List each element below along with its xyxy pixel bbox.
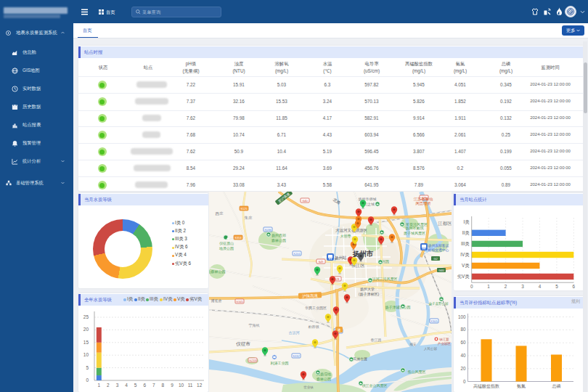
- svg-text:世业镇: 世业镇: [303, 385, 314, 389]
- svg-text:(扬子津校区): (扬子津校区): [359, 292, 380, 297]
- svg-text:闲置理所: 闲置理所: [415, 201, 430, 206]
- svg-text:大运河文化旅游区: 大运河文化旅游区: [335, 228, 368, 233]
- svg-text:仪征原山: 仪征原山: [219, 241, 234, 245]
- svg-text:森林公园: 森林公园: [317, 377, 331, 382]
- svg-text:氨氮: 氨氮: [517, 383, 526, 388]
- svg-text:华腾工业园区: 华腾工业园区: [305, 306, 327, 311]
- svg-text:瓜洲古渡: 瓜洲古渡: [353, 356, 367, 362]
- svg-text:扬州站: 扬州站: [335, 256, 347, 261]
- svg-text:唐子城风景区: 唐子城风景区: [404, 231, 425, 236]
- svg-text:森林公园: 森林公园: [271, 238, 286, 243]
- svg-text:3: 3: [521, 284, 524, 289]
- svg-text:G233: G233: [249, 359, 257, 362]
- svg-text:IV类: IV类: [460, 252, 470, 257]
- svg-text:2: 2: [505, 284, 507, 289]
- svg-text:80: 80: [460, 327, 466, 332]
- svg-text:G40: G40: [302, 199, 308, 203]
- svg-text:10: 10: [179, 383, 184, 388]
- svg-text:0: 0: [86, 377, 89, 383]
- svg-text:春江路: 春江路: [371, 338, 382, 343]
- svg-text:博览会: 博览会: [211, 298, 222, 303]
- svg-text:扬州市戴琪: 扬州市戴琪: [406, 226, 425, 231]
- svg-text:利涛工业园: 利涛工业园: [271, 361, 289, 366]
- svg-text:朴席镇: 朴席镇: [308, 324, 319, 329]
- svg-text:5: 5: [86, 365, 89, 370]
- svg-text:高锰酸盐指数: 高锰酸盐指数: [473, 383, 499, 389]
- svg-text:S353: S353: [234, 236, 242, 240]
- svg-text:扬子津辅野公园: 扬子津辅野公园: [385, 305, 411, 310]
- svg-text:6: 6: [143, 383, 146, 388]
- svg-text:10: 10: [83, 352, 89, 357]
- svg-text:宁海线: 宁海线: [249, 323, 260, 328]
- svg-text:G345: G345: [236, 300, 244, 303]
- svg-text:11: 11: [188, 383, 193, 388]
- svg-text:顺安: 顺安: [410, 343, 417, 346]
- svg-text:40: 40: [460, 353, 466, 358]
- svg-text:0: 0: [470, 284, 473, 289]
- svg-text:X036: X036: [264, 228, 271, 232]
- svg-text:3: 3: [116, 383, 119, 388]
- svg-text:总磷: 总磷: [552, 384, 561, 388]
- svg-text:仪征市: 仪征市: [236, 341, 250, 346]
- svg-text:扬州大学: 扬州大学: [360, 287, 375, 292]
- svg-text:I类: I类: [463, 219, 470, 224]
- svg-text:0: 0: [463, 379, 466, 384]
- svg-text:8: 8: [162, 383, 165, 388]
- svg-text:茱萸湾风景区: 茱萸湾风景区: [406, 222, 428, 227]
- svg-text:枢纽交通中心: 枢纽交通中心: [428, 248, 449, 252]
- svg-text:运河三湾风景区: 运河三湾风景区: [372, 277, 398, 282]
- svg-text:朱庄: 朱庄: [245, 216, 253, 220]
- svg-text:速: 速: [338, 328, 341, 332]
- svg-text:20: 20: [460, 366, 466, 371]
- svg-text:15: 15: [83, 340, 89, 345]
- svg-text:25: 25: [83, 314, 89, 319]
- svg-text:劣V类: 劣V类: [457, 274, 470, 279]
- svg-text:产业园区: 产业园区: [438, 341, 452, 346]
- svg-text:100: 100: [458, 314, 466, 319]
- svg-text:邗江区: 邗江区: [351, 263, 366, 269]
- svg-text:古运河: 古运河: [289, 330, 300, 335]
- svg-text:2: 2: [107, 383, 110, 388]
- svg-text:4: 4: [539, 284, 542, 289]
- svg-text:6: 6: [573, 284, 576, 289]
- svg-text:20: 20: [83, 327, 89, 332]
- svg-text:S125: S125: [240, 207, 248, 211]
- svg-text:江都区: 江都区: [438, 221, 452, 226]
- svg-text:III类: III类: [461, 241, 470, 246]
- svg-text:5: 5: [555, 284, 558, 289]
- svg-text:西庄: 西庄: [216, 211, 224, 216]
- svg-text:60: 60: [460, 340, 466, 345]
- svg-text:地质公园: 地质公园: [219, 246, 234, 251]
- svg-text:人民公园: 人民公园: [424, 347, 437, 351]
- svg-text:S332: S332: [293, 354, 300, 358]
- svg-text:II类: II类: [462, 230, 470, 235]
- svg-text:1: 1: [487, 284, 490, 289]
- svg-text:X201: X201: [293, 252, 301, 256]
- svg-text:焦山风景区: 焦山风景区: [408, 369, 426, 374]
- svg-text:G40: G40: [438, 269, 444, 272]
- svg-text:扬州东部客运: 扬州东部客运: [428, 243, 449, 248]
- svg-text:4: 4: [125, 383, 128, 388]
- svg-text:G2: G2: [433, 257, 438, 261]
- svg-text:X305: X305: [430, 319, 438, 323]
- svg-text:山森林公园: 山森林公园: [209, 269, 226, 274]
- svg-text:1: 1: [97, 383, 100, 388]
- svg-text:12: 12: [197, 383, 203, 388]
- svg-text:S49: S49: [318, 260, 324, 264]
- svg-text:V类: V类: [462, 263, 470, 268]
- svg-text:9: 9: [171, 383, 173, 388]
- svg-text:扬州西郊: 扬州西郊: [271, 233, 286, 238]
- svg-text:镇江金山风景区: 镇江金山风景区: [362, 383, 388, 388]
- svg-text:7: 7: [152, 383, 155, 388]
- svg-text:5: 5: [134, 383, 137, 388]
- svg-text:镇江新: 镇江新: [438, 338, 449, 341]
- svg-text:大明寺: 大明寺: [340, 234, 351, 238]
